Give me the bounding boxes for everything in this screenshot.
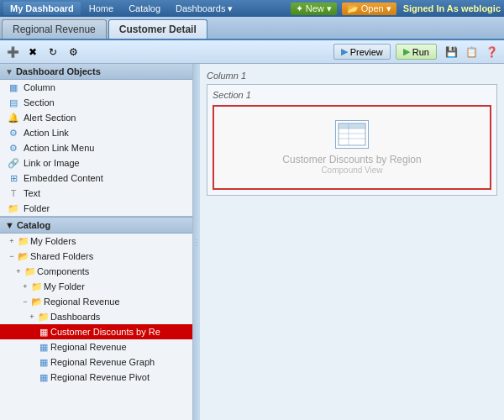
toolbar-properties-button[interactable]: ⚙	[64, 44, 82, 60]
regional-revenue-pivot-icon: ▦	[37, 371, 50, 383]
obj-text-label: Text	[24, 188, 40, 198]
top-bar: My Dashboard Home Catalog Dashboards ▾ ✦…	[0, 0, 504, 17]
main-area: ▼ Dashboard Objects ▦ Column ▤ Section 🔔…	[0, 64, 504, 420]
regional-revenue-report-icon: ▦	[37, 341, 50, 353]
content-view-icon	[335, 120, 369, 149]
obj-action-link[interactable]: ⚙ Action Link	[0, 125, 192, 140]
column-icon: ▦	[7, 81, 20, 93]
dashboards-folder-label: Dashboards	[50, 312, 100, 322]
regional-revenue-graph-label: Regional Revenue Graph	[50, 357, 155, 367]
nav-home[interactable]: Home	[82, 2, 120, 15]
toolbar-help-button[interactable]: ❓	[482, 44, 501, 60]
app-title[interactable]: My Dashboard	[3, 2, 81, 15]
regional-revenue-folder-icon: 📂	[30, 296, 44, 307]
link-icon: 🔗	[7, 157, 20, 169]
resize-handle[interactable]	[193, 64, 200, 420]
expand-icon-comp: +	[13, 266, 24, 276]
cat-dashboards-folder[interactable]: + 📁 Dashboards	[0, 309, 192, 324]
components-label: Components	[37, 266, 89, 276]
obj-column[interactable]: ▦ Column	[0, 80, 192, 95]
run-button[interactable]: ▶ Run	[396, 44, 437, 60]
left-panel: ▼ Dashboard Objects ▦ Column ▤ Section 🔔…	[0, 64, 193, 420]
content-subtitle: Compound View	[321, 165, 382, 175]
section-box: Section 1 Customer Discounts by Region C…	[207, 84, 497, 196]
dashboard-objects-title: Dashboard Objects	[16, 66, 101, 76]
expand-icon-dash: +	[27, 312, 37, 322]
obj-alert-label: Alert Section	[24, 113, 76, 123]
expand-icon-myfol: +	[20, 281, 30, 291]
dashboard-objects-header[interactable]: ▼ Dashboard Objects	[0, 64, 192, 80]
catalog-header[interactable]: ▼ Catalog	[0, 217, 192, 234]
regional-revenue-pivot-label: Regional Revenue Pivot	[50, 372, 150, 382]
toolbar-add-button[interactable]: ➕	[3, 44, 22, 60]
cat-regional-revenue-folder[interactable]: − 📂 Regional Revenue	[0, 294, 192, 309]
toolbar-delete-button[interactable]: ✖	[24, 44, 42, 60]
section-label: Section 1	[213, 90, 491, 100]
action-link-menu-icon: ⚙	[7, 142, 20, 154]
toolbar-refresh-button[interactable]: ↻	[44, 44, 62, 60]
expand-icon-rrrg	[27, 357, 37, 367]
my-folders-icon: 📁	[17, 235, 30, 247]
tab-regional-revenue[interactable]: Regional Revenue	[2, 19, 107, 39]
obj-embedded[interactable]: ⊞ Embedded Content	[0, 171, 192, 186]
expand-icon-shared: −	[7, 251, 17, 261]
catalog-title: Catalog	[17, 220, 50, 230]
right-panel: Column 1 Section 1 Customer Discounts by…	[200, 64, 504, 420]
new-button[interactable]: ✦ New ▾	[291, 3, 337, 15]
content-title: Customer Discounts by Region	[282, 154, 421, 165]
nav-catalog[interactable]: Catalog	[122, 2, 167, 15]
obj-link-or-image[interactable]: 🔗 Link or Image	[0, 155, 192, 171]
toolbar: ➕ ✖ ↻ ⚙ ▶ Preview ▶ Run 💾 📋 ❓	[0, 40, 504, 64]
action-link-icon: ⚙	[7, 127, 20, 139]
cat-components[interactable]: + 📁 Components	[0, 264, 192, 279]
obj-folder[interactable]: 📁 Folder	[0, 201, 192, 216]
obj-link-label: Link or Image	[24, 158, 80, 168]
regional-revenue-report-label: Regional Revenue	[50, 342, 127, 352]
toolbar-save-button[interactable]: 💾	[442, 44, 460, 60]
obj-section-label: Section	[24, 97, 55, 108]
expand-icon-cd	[27, 327, 37, 337]
obj-section[interactable]: ▤ Section	[0, 95, 192, 110]
preview-button[interactable]: ▶ Preview	[333, 44, 391, 60]
customer-discounts-label: Customer Discounts by Re	[50, 327, 160, 337]
customer-discounts-icon: ▦	[37, 326, 50, 338]
tab-bar: Regional Revenue Customer Detail	[0, 17, 504, 40]
folder-icon: 📁	[7, 202, 20, 214]
my-folders-label: My Folders	[30, 236, 76, 246]
cat-regional-revenue-report[interactable]: ▦ Regional Revenue	[0, 339, 192, 354]
svg-rect-1	[339, 123, 365, 129]
cat-customer-discounts[interactable]: ▦ Customer Discounts by Re	[0, 324, 192, 339]
embedded-icon: ⊞	[7, 172, 20, 184]
obj-text[interactable]: T Text	[0, 186, 192, 201]
shared-folders-label: Shared Folders	[30, 251, 93, 261]
dashboard-objects-section: ▼ Dashboard Objects ▦ Column ▤ Section 🔔…	[0, 64, 192, 217]
obj-action-link-label: Action Link	[24, 128, 69, 138]
text-icon: T	[7, 187, 20, 199]
obj-alert-section[interactable]: 🔔 Alert Section	[0, 110, 192, 125]
content-item[interactable]: Customer Discounts by Region Compound Vi…	[213, 105, 491, 190]
alert-icon: 🔔	[7, 112, 20, 123]
open-button[interactable]: 📂 Open ▾	[342, 3, 396, 15]
cat-shared-folders[interactable]: − 📂 Shared Folders	[0, 249, 192, 264]
expand-icon-rrrp	[27, 372, 37, 382]
obj-column-label: Column	[24, 82, 55, 92]
run-icon: ▶	[403, 46, 410, 57]
obj-action-link-menu[interactable]: ⚙ Action Link Menu	[0, 140, 192, 155]
cat-regional-revenue-pivot[interactable]: ▦ Regional Revenue Pivot	[0, 370, 192, 385]
my-folder-label: My Folder	[44, 281, 85, 291]
regional-revenue-graph-icon: ▦	[37, 356, 50, 368]
open-icon: 📂	[347, 3, 359, 14]
toolbar-save-as-button[interactable]: 📋	[462, 44, 480, 60]
nav-dashboards[interactable]: Dashboards ▾	[169, 2, 239, 16]
regional-revenue-folder-label: Regional Revenue	[44, 297, 120, 307]
obj-embedded-label: Embedded Content	[24, 173, 103, 183]
components-icon: 📁	[24, 265, 37, 277]
cat-regional-revenue-graph[interactable]: ▦ Regional Revenue Graph	[0, 354, 192, 370]
expand-icon-rr: −	[20, 297, 30, 307]
expand-icon: +	[7, 236, 17, 246]
column-label: Column 1	[207, 71, 497, 81]
cat-my-folders[interactable]: + 📁 My Folders	[0, 234, 192, 249]
shared-folders-icon: 📂	[17, 250, 30, 262]
tab-customer-detail[interactable]: Customer Detail	[108, 19, 207, 39]
cat-my-folder[interactable]: + 📁 My Folder	[0, 279, 192, 294]
